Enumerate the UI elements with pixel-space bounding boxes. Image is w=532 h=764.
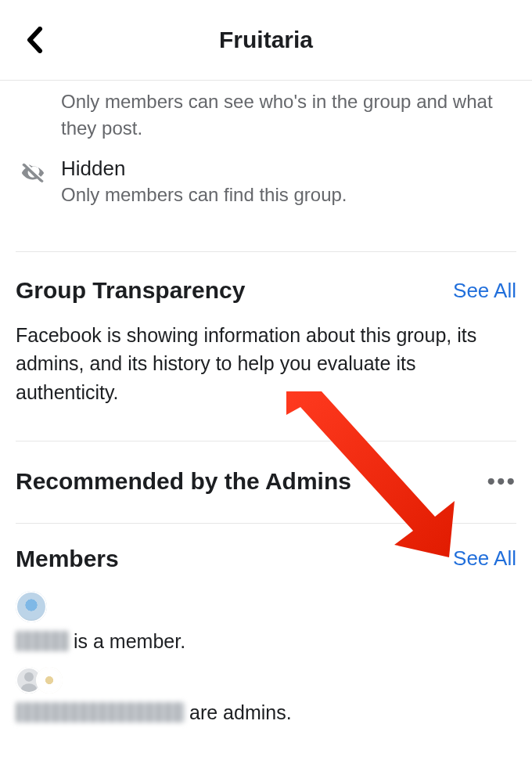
member-avatar-row [16,591,516,622]
recommended-section-head: Recommended by the Admins ••• [16,441,516,499]
privacy-hidden-row: Hidden Only members can find this group. [16,146,516,220]
admin-line: are admins. [16,701,516,724]
group-transparency-body: Facebook is showing information about th… [16,310,516,414]
redacted-name [16,631,69,651]
page-title: Fruitaria [0,27,532,53]
member-line: is a member. [16,630,516,653]
privacy-members-only-desc: Only members can see who's in the group … [16,81,516,146]
group-transparency-see-all[interactable]: See All [453,279,516,303]
eye-off-icon [16,157,50,186]
admin-line-suffix: are admins. [189,701,292,724]
members-title: Members [16,546,119,572]
group-transparency-title: Group Transparency [16,277,245,304]
members-section-head: Members See All [16,524,516,586]
more-options-button[interactable]: ••• [487,468,516,495]
header-bar: Fruitaria [0,0,532,81]
member-line-suffix: is a member. [74,630,185,653]
privacy-hidden-desc: Only members can find this group. [61,184,347,206]
chevron-left-icon [26,27,43,53]
group-transparency-section: Group Transparency See All Facebook is s… [16,252,516,414]
admin-avatar-row [16,667,516,694]
recommended-title: Recommended by the Admins [16,468,351,495]
avatar[interactable] [36,667,63,694]
back-button[interactable] [19,24,50,56]
redacted-name [16,702,185,723]
members-see-all[interactable]: See All [453,546,516,571]
avatar[interactable] [16,591,47,622]
privacy-hidden-title: Hidden [61,157,347,181]
